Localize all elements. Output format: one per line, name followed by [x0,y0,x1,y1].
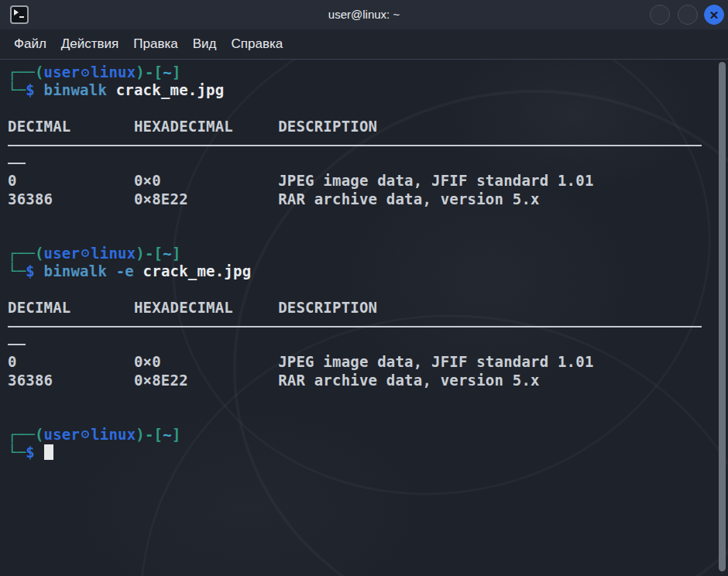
output-row: 0 0×0 JPEG image data, JFIF standard 1.0… [8,172,703,190]
terminal-text: user [44,426,81,443]
terminal-screen[interactable]: ┌──(userlinux)-[~]└─$ binwalk crack_me.j… [8,63,703,574]
close-x-icon: ✕ [709,9,719,22]
terminal-line [8,317,703,334]
terminal-text: )-[ [136,245,163,262]
menubar: ФайлДействияПравкаВидСправка [0,29,728,59]
terminal-text: linux [91,245,136,262]
terminal-line: ┌──(userlinux)-[~] [8,245,703,262]
terminal-text: ┌──( [8,63,44,81]
terminal-line [8,100,703,118]
output-row: 36386 0×8E22 RAR archive data, version 5… [8,190,703,208]
menu-item-5[interactable]: Справка [231,36,283,52]
output-row: 36386 0×8E22 RAR archive data, version 5… [8,372,703,389]
terminal-text: ] [172,426,181,443]
separator-rule [8,344,26,345]
output-row: DECIMAL HEXADECIMAL DESCRIPTION [8,118,703,135]
kali-symbol-icon [81,430,89,438]
terminal-line: ┌──(userlinux)-[~] [8,63,703,81]
output-row: 0 0×0 JPEG image data, JFIF standard 1.0… [8,353,703,371]
terminal-line: └─$ binwalk -e crack_me.jpg [8,262,703,280]
terminal-text: ┌──( [8,245,44,262]
terminal-text [8,100,17,117]
terminal-line: ┌──(userlinux)-[~] [8,426,703,444]
terminal-text [8,407,17,424]
menu-item-1[interactable]: Файл [14,36,46,52]
kali-symbol-icon [81,69,89,77]
separator-rule [8,326,702,327]
terminal-text: 0 0×0 JPEG image data, JFIF standard 1.0… [8,172,594,189]
terminal-line [8,407,703,425]
terminal-text [8,281,17,298]
menu-item-2[interactable]: Действия [61,36,118,52]
terminal-viewport[interactable]: ┌──(userlinux)-[~]└─$ binwalk crack_me.j… [0,59,728,576]
titlebar[interactable]: user@linux: ~ ✕ [0,0,728,29]
terminal-line [8,136,703,154]
terminal-text: -e [116,262,143,279]
terminal-text: binwalk [44,262,116,279]
scrollbar-track[interactable] [717,59,726,576]
terminal-line [8,227,703,245]
terminal-line [8,335,703,353]
terminal-text: crack_me.jpg [116,81,225,98]
terminal-line [8,154,703,172]
terminal-text: ~ [163,245,172,262]
terminal-text: $ [26,81,43,98]
terminal-line [8,281,703,299]
terminal-text: ~ [163,426,172,443]
terminal-text: binwalk [44,81,116,98]
terminal-window: user@linux: ~ ✕ ФайлДействияПравкаВидСпр… [0,0,728,576]
terminal-text: 0 0×0 JPEG image data, JFIF standard 1.0… [8,353,594,370]
menu-item-3[interactable]: Правка [133,36,177,52]
terminal-text: )-[ [136,63,163,81]
terminal-text: ~ [163,63,172,81]
terminal-text: crack_me.jpg [143,262,252,279]
menu-item-4[interactable]: Вид [193,36,217,52]
terminal-text: └─ [8,444,26,461]
terminal-text [8,227,17,244]
window-title: user@linux: ~ [0,0,728,29]
terminal-text: DECIMAL HEXADECIMAL DESCRIPTION [8,299,377,316]
terminal-text: ] [172,245,181,262]
terminal-text [8,208,17,225]
terminal-text: )-[ [136,426,163,443]
separator-rule [8,163,26,164]
terminal-text: ] [172,63,181,81]
terminal-cursor [44,444,53,460]
separator-rule [8,145,702,146]
terminal-text: linux [91,63,136,81]
terminal-text: ┌──( [8,426,44,443]
terminal-line: └─$ [8,444,703,461]
terminal-text: linux [91,426,136,443]
minimize-button[interactable] [650,5,670,25]
close-button[interactable]: ✕ [704,5,724,25]
terminal-text: user [44,63,81,81]
maximize-button[interactable] [678,5,698,25]
terminal-text: $ [26,444,43,461]
output-row: DECIMAL HEXADECIMAL DESCRIPTION [8,299,703,317]
terminal-line [8,208,703,226]
terminal-text: └─ [8,81,26,98]
terminal-text [8,389,17,406]
terminal-text: DECIMAL HEXADECIMAL DESCRIPTION [8,118,377,135]
terminal-line [8,389,703,407]
terminal-text: 36386 0×8E22 RAR archive data, version 5… [8,190,540,207]
terminal-text: └─ [8,262,26,279]
scrollbar-thumb[interactable] [719,62,726,571]
terminal-text: 36386 0×8E22 RAR archive data, version 5… [8,372,540,389]
kali-symbol-icon [81,249,89,257]
terminal-text: user [44,245,81,262]
terminal-line: └─$ binwalk crack_me.jpg [8,81,703,99]
terminal-text: $ [26,262,43,279]
